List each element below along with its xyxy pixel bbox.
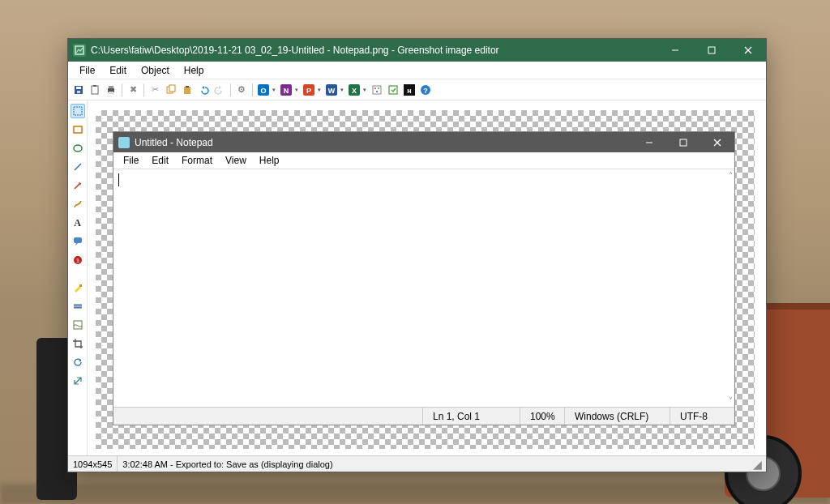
menu-object[interactable]: Object xyxy=(135,63,176,78)
notepad-menu-file[interactable]: File xyxy=(117,153,145,168)
dropdown-arrow-icon[interactable]: ▾ xyxy=(295,87,300,93)
svg-text:W: W xyxy=(328,86,336,94)
scroll-down-arrow-icon[interactable]: ˅ xyxy=(729,396,733,405)
ellipse-tool-icon[interactable] xyxy=(71,141,85,156)
separator xyxy=(230,83,231,96)
undo-icon[interactable] xyxy=(196,83,211,97)
notepad-window: Untitled - Notepad File Edit Format View… xyxy=(113,131,735,425)
crop-tool-icon[interactable] xyxy=(71,336,85,351)
svg-rect-15 xyxy=(184,87,190,94)
image-size: 1094x545 xyxy=(68,456,118,472)
settings-icon[interactable]: ⚙ xyxy=(234,83,249,97)
menu-edit[interactable]: Edit xyxy=(103,63,133,78)
svg-line-39 xyxy=(75,164,81,170)
titlebar: C:\Users\fatiw\Desktop\2019-11-21 03_02_… xyxy=(68,39,766,62)
status-lncol: Ln 1, Col 1 xyxy=(422,408,520,425)
title-text: C:\Users\fatiw\Desktop\2019-11-21 03_02_… xyxy=(91,45,657,56)
obfuscate-tool-icon[interactable] xyxy=(71,299,85,314)
svg-text:X: X xyxy=(352,86,357,94)
rotate-tool-icon[interactable] xyxy=(71,355,85,369)
mspaint-icon[interactable] xyxy=(370,83,384,97)
resize-grip-icon[interactable]: ◢ xyxy=(753,458,766,471)
outlook-icon[interactable]: O xyxy=(256,83,271,97)
svg-rect-6 xyxy=(76,87,81,89)
notepad-menu-help[interactable]: Help xyxy=(253,153,286,168)
menubar: File Edit Object Help xyxy=(68,62,766,79)
svg-text:н: н xyxy=(407,86,411,94)
redo-icon[interactable] xyxy=(212,83,227,97)
svg-rect-7 xyxy=(77,91,80,93)
minimize-button[interactable] xyxy=(657,39,693,62)
separator xyxy=(143,83,144,96)
svg-rect-11 xyxy=(109,86,113,88)
copy-icon[interactable] xyxy=(164,83,178,97)
notepad-statusbar: Ln 1, Col 1 100% Windows (CRLF) UTF-8 xyxy=(113,407,734,425)
svg-rect-48 xyxy=(680,139,687,146)
canvas-checkerboard: Untitled - Notepad File Edit Format View… xyxy=(96,110,755,449)
onenote-icon[interactable]: N xyxy=(279,83,293,97)
dropdown-arrow-icon[interactable]: ▾ xyxy=(363,87,368,93)
svg-point-29 xyxy=(378,88,379,89)
arrow-tool-icon[interactable] xyxy=(71,178,85,193)
notepad-maximize-button[interactable] xyxy=(666,132,700,152)
notepad-menubar: File Edit Format View Help xyxy=(113,152,734,169)
notepad-menu-edit[interactable]: Edit xyxy=(145,153,175,168)
svg-text:O: O xyxy=(260,86,266,94)
svg-rect-12 xyxy=(109,92,113,94)
dropdown-arrow-icon[interactable]: ▾ xyxy=(318,87,323,93)
line-tool-icon[interactable] xyxy=(71,160,85,174)
separator xyxy=(252,83,253,96)
svg-rect-37 xyxy=(74,126,82,133)
svg-rect-16 xyxy=(186,86,189,88)
svg-rect-27 xyxy=(373,86,381,94)
maximize-button[interactable] xyxy=(693,39,729,62)
greenshot-window: C:\Users\fatiw\Desktop\2019-11-21 03_02_… xyxy=(67,38,767,472)
notepad-close-button[interactable] xyxy=(700,132,734,152)
svg-rect-31 xyxy=(389,86,397,94)
svg-point-28 xyxy=(374,88,376,89)
svg-rect-8 xyxy=(92,86,98,94)
print-icon[interactable] xyxy=(104,83,118,97)
paste-icon[interactable] xyxy=(180,83,195,97)
canvas-area[interactable]: Untitled - Notepad File Edit Format View… xyxy=(88,100,766,455)
svg-rect-2 xyxy=(708,47,715,53)
menu-file[interactable]: File xyxy=(73,63,101,78)
desktop-ground xyxy=(0,484,830,504)
rectangle-tool-icon[interactable] xyxy=(71,122,85,137)
powerpoint-icon[interactable]: P xyxy=(302,83,316,97)
notepad-text-area[interactable]: ˄ ˅ xyxy=(113,169,734,407)
excel-icon[interactable]: X xyxy=(347,83,362,97)
scroll-up-arrow-icon[interactable]: ˄ xyxy=(729,171,733,180)
help-icon[interactable]: ? xyxy=(418,83,433,97)
effects-tool-icon[interactable] xyxy=(71,318,85,332)
notepad-titlebar: Untitled - Notepad xyxy=(113,132,734,152)
highlight-tool-icon[interactable] xyxy=(71,280,85,295)
close-tool-icon[interactable]: н xyxy=(402,83,417,97)
select-tool-icon[interactable] xyxy=(71,104,85,118)
cut-icon[interactable]: ✂ xyxy=(148,83,162,97)
text-tool-icon[interactable]: A xyxy=(71,216,85,230)
notepad-minimize-button[interactable] xyxy=(632,132,666,152)
resize-tool-icon[interactable] xyxy=(71,374,85,388)
dropdown-arrow-icon[interactable]: ▾ xyxy=(340,87,345,93)
dropdown-arrow-icon[interactable]: ▾ xyxy=(272,87,277,93)
speechbubble-tool-icon[interactable] xyxy=(71,234,85,249)
word-icon[interactable]: W xyxy=(324,83,339,97)
menu-help[interactable]: Help xyxy=(178,63,211,78)
svg-rect-14 xyxy=(169,85,175,92)
close-button[interactable] xyxy=(729,39,766,62)
svg-point-38 xyxy=(74,145,82,152)
notepad-menu-view[interactable]: View xyxy=(219,153,253,168)
side-toolbar: A 1 xyxy=(68,100,88,455)
freehand-tool-icon[interactable] xyxy=(71,197,85,211)
counter-tool-icon[interactable]: 1 xyxy=(71,253,85,267)
status-eol: Windows (CRLF) xyxy=(564,408,670,425)
svg-point-30 xyxy=(376,91,378,92)
external-editor-icon[interactable] xyxy=(386,83,400,97)
copy-clipboard-icon[interactable] xyxy=(88,83,102,97)
notepad-menu-format[interactable]: Format xyxy=(175,153,219,168)
delete-icon[interactable]: ✖ xyxy=(126,83,140,97)
save-icon[interactable] xyxy=(71,83,86,97)
svg-line-40 xyxy=(75,183,80,189)
text-cursor xyxy=(118,173,119,186)
